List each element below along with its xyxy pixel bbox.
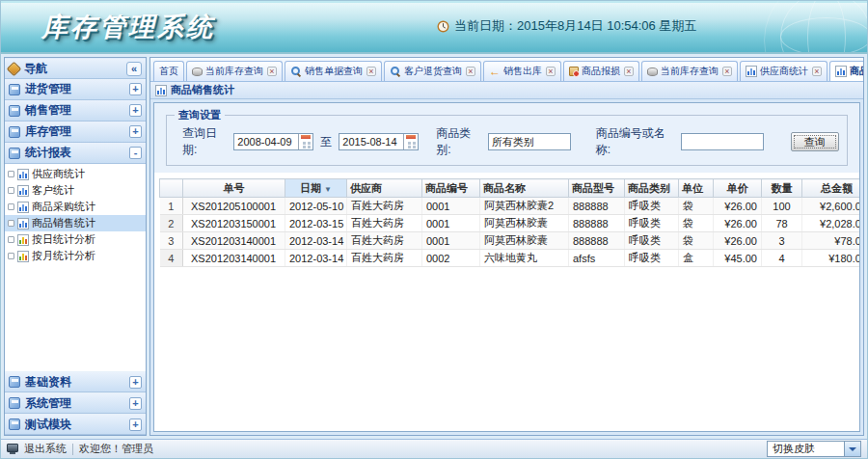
column-header[interactable]: 单价	[714, 179, 762, 198]
column-header[interactable]: 单号	[183, 179, 285, 198]
sidebar-group[interactable]: 基础资料+	[5, 371, 146, 392]
chevron-down-icon[interactable]	[844, 442, 860, 456]
calendar-icon[interactable]	[403, 134, 418, 149]
exit-system-button[interactable]: 退出系统	[24, 442, 67, 456]
tab[interactable]: 客户退货查询×	[384, 61, 481, 81]
search-icon	[390, 66, 401, 77]
tab[interactable]: 销售出库×	[483, 61, 561, 81]
table-header-row: 单号日期▼供应商商品编号商品名称商品型号商品类别单位单价数量总金额	[160, 179, 860, 198]
tab[interactable]: 首页	[153, 61, 184, 81]
column-header[interactable]: 商品编号	[422, 179, 480, 198]
tab[interactable]: 当前库存查询×	[186, 61, 283, 81]
expand-toggle-icon[interactable]: +	[129, 376, 142, 389]
table-row[interactable]: 3XS2012031400012012-03-14百姓大药房0001阿莫西林胶囊…	[160, 232, 860, 250]
date-from-input[interactable]	[234, 134, 298, 149]
table-cell: 六味地黄丸	[480, 250, 569, 267]
sidebar-item[interactable]: 商品采购统计	[5, 199, 146, 215]
monitor-icon	[7, 444, 18, 452]
sidebar-item[interactable]: 客户统计	[5, 182, 146, 199]
sidebar-collapse-button[interactable]: «	[126, 62, 142, 76]
expand-toggle-icon[interactable]: -	[129, 147, 142, 159]
table-cell: 百姓大药房	[347, 215, 422, 232]
table-cell: ¥45.00	[714, 250, 762, 267]
column-header[interactable]: 商品名称	[480, 179, 569, 198]
query-settings-legend: 查询设置	[175, 108, 225, 122]
table-cell: 呼吸类	[625, 215, 679, 232]
column-header[interactable]: 数量	[762, 179, 802, 198]
column-header[interactable]: 商品型号	[569, 179, 625, 198]
calendar-icon[interactable]	[298, 134, 312, 149]
column-header[interactable]: 供应商	[347, 179, 422, 198]
sidebar-group[interactable]: 销售管理+	[5, 100, 146, 122]
sidebar-item[interactable]: 供应商统计	[5, 166, 146, 182]
close-icon[interactable]: ×	[267, 67, 277, 76]
table-cell: 0001	[422, 215, 480, 232]
tab[interactable]: 当前库存查询×	[641, 61, 738, 81]
category-input[interactable]	[488, 133, 571, 150]
keyword-input[interactable]	[681, 133, 764, 150]
content-area: 首页当前库存查询×销售单据查询×客户退货查询×销售出库×商品报损×当前库存查询×…	[149, 57, 864, 436]
tab-bar: 首页当前库存查询×销售单据查询×客户退货查询×销售出库×商品报损×当前库存查询×…	[150, 58, 863, 82]
table-cell: 78	[762, 215, 802, 232]
sidebar-item[interactable]: 商品销售统计	[5, 215, 146, 231]
sidebar-group[interactable]: 测试模块+	[5, 414, 146, 435]
table-row[interactable]: 2XS2012031500012012-03-15百姓大药房0001阿莫西林胶囊…	[160, 215, 860, 232]
table-row[interactable]: 4XS2012031400012012-03-14百姓大药房0002六味地黄丸a…	[160, 250, 860, 267]
expand-toggle-icon[interactable]: +	[129, 418, 142, 431]
sidebar-group-label: 进货管理	[25, 81, 71, 97]
sidebar-group[interactable]: 系统管理+	[5, 392, 146, 414]
table-cell: ¥2,028.00	[802, 215, 860, 232]
expand-toggle-icon[interactable]: +	[129, 397, 142, 410]
table-cell: 3	[160, 232, 183, 250]
tab[interactable]: 商品销售统计×	[829, 61, 863, 81]
table-cell: 0002	[422, 250, 480, 267]
tab-label: 供应商统计	[760, 65, 808, 78]
table-cell: 0001	[422, 198, 480, 215]
close-icon[interactable]: ×	[812, 67, 822, 76]
tab[interactable]: 销售单据查询×	[285, 61, 382, 81]
table-cell: 袋	[679, 215, 714, 232]
tab-label: 销售单据查询	[305, 65, 363, 78]
column-header[interactable]: 商品类别	[625, 179, 679, 198]
close-icon[interactable]: ×	[624, 67, 634, 76]
close-icon[interactable]: ×	[366, 67, 376, 76]
app-window: 库存管理系统 当前日期：2015年8月14日 10:54:06 星期五 导航 «…	[0, 0, 868, 459]
chart-blue-icon	[17, 185, 29, 197]
table-cell: 888888	[569, 198, 625, 215]
column-header[interactable]: 日期▼	[285, 179, 347, 198]
results-table: 单号日期▼供应商商品编号商品名称商品型号商品类别单位单价数量总金额 1XS201…	[159, 178, 859, 267]
close-icon[interactable]: ×	[466, 67, 475, 76]
keyword-label: 商品编号或名称:	[596, 125, 677, 158]
table-cell: 百姓大药房	[347, 250, 422, 267]
tab[interactable]: 商品报损×	[563, 61, 639, 81]
sidebar-item[interactable]: 按日统计分析	[5, 231, 146, 248]
skin-select[interactable]: 切换皮肤	[767, 441, 861, 457]
expand-toggle-icon[interactable]: +	[129, 125, 142, 138]
sidebar-group[interactable]: 统计报表-	[5, 143, 146, 164]
date-to-input[interactable]	[339, 134, 403, 149]
search-button[interactable]: 查询	[791, 132, 840, 151]
column-header[interactable]	[160, 179, 183, 198]
query-row: 查询日期: 至 商品类别: 商	[175, 125, 839, 158]
table-cell: 百姓大药房	[347, 232, 422, 250]
window-icon	[9, 84, 20, 95]
skin-select-label: 切换皮肤	[773, 442, 815, 456]
database-icon	[192, 68, 203, 76]
sidebar-group[interactable]: 进货管理+	[5, 79, 146, 100]
sidebar-item[interactable]: 按月统计分析	[5, 248, 146, 264]
expand-toggle-icon[interactable]: +	[129, 104, 142, 117]
column-header[interactable]: 总金额	[802, 179, 860, 198]
datetime-text: 当前日期：2015年8月14日 10:54:06 星期五	[454, 17, 696, 35]
table-cell: 100	[762, 198, 802, 215]
tab[interactable]: 供应商统计×	[740, 61, 827, 81]
checkbox-icon	[8, 171, 14, 177]
table-row[interactable]: 1XS2012051000012012-05-10百姓大药房0001阿莫西林胶囊…	[160, 198, 860, 215]
expand-toggle-icon[interactable]: +	[129, 83, 142, 95]
sidebar-group[interactable]: 库存管理+	[5, 122, 146, 143]
close-icon[interactable]: ×	[546, 67, 556, 76]
table-cell: 阿莫西林胶囊2	[480, 198, 569, 215]
sidebar-item-label: 商品采购统计	[32, 200, 95, 214]
table-cell: ¥26.00	[714, 232, 762, 250]
close-icon[interactable]: ×	[722, 67, 732, 76]
column-header[interactable]: 单位	[679, 179, 714, 198]
